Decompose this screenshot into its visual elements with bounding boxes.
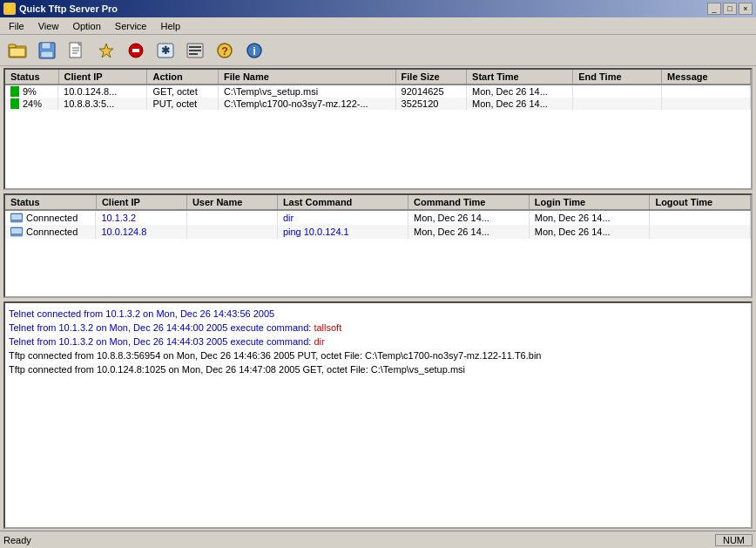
help-button[interactable]: ?: [211, 37, 239, 64]
tftp-filename-cell: C:\Temp\vs_setup.msi: [218, 85, 395, 98]
tftp-filesize-cell: 3525120: [395, 98, 466, 110]
open-folder-button[interactable]: [3, 37, 31, 64]
log-panel[interactable]: Telnet connected from 10.1.3.2 on Mon, D…: [3, 301, 753, 529]
stop-button[interactable]: [122, 37, 150, 64]
menu-bar: File View Option Service Help: [0, 17, 756, 35]
tftp-filesize-cell: 92014625: [395, 85, 466, 98]
telnet-cmdtime-cell: Mon, Dec 26 14...: [408, 225, 530, 239]
status-green-icon: [10, 86, 19, 97]
svg-rect-1: [9, 44, 16, 48]
main-content: Status Client IP Action File Name File S…: [0, 66, 756, 531]
tftp-starttime-cell: Mon, Dec 26 14...: [467, 98, 573, 110]
tftp-status-cell: 9%: [5, 85, 58, 98]
telnet-lastcmd-cell: ping 10.0.124.1: [277, 225, 408, 239]
status-ready: Ready: [3, 535, 31, 545]
col-telnet-last-cmd[interactable]: Last Command: [277, 195, 408, 210]
tftp-filename-cell: C:\Temp\c1700-no3sy7-mz.122-...: [218, 98, 395, 110]
col-telnet-logout[interactable]: Logout Time: [650, 195, 751, 210]
telnet-table-row[interactable]: Connnected 10.0.124.8 ping 10.0.124.1 Mo…: [5, 225, 751, 239]
svg-rect-4: [42, 43, 51, 49]
tftp-table-row[interactable]: 24% 10.8.8.3:5... PUT, octet C:\Temp\c17…: [5, 98, 751, 110]
title-bar: ⚡ Quick Tftp Server Pro _ □ ×: [0, 0, 756, 17]
list-button[interactable]: [181, 37, 209, 64]
connected-icon: [10, 212, 23, 224]
col-action[interactable]: Action: [147, 70, 218, 85]
save-button[interactable]: [33, 37, 61, 64]
telnet-status-cell: Connnected: [5, 211, 96, 225]
col-file-size[interactable]: File Size: [395, 70, 466, 85]
col-telnet-status[interactable]: Status: [5, 195, 96, 210]
tftp-message-cell: [662, 98, 751, 110]
telnet-cmdtime-cell: Mon, Dec 26 14...: [408, 210, 530, 225]
telnet-table: Status Client IP User Name Last Command …: [5, 195, 751, 239]
svg-rect-26: [10, 220, 23, 222]
col-telnet-client-ip[interactable]: Client IP: [96, 195, 186, 210]
tftp-action-cell: GET, octet: [147, 85, 218, 98]
minimize-button[interactable]: _: [707, 3, 721, 15]
telnet-login-cell: Mon, Dec 26 14...: [529, 210, 650, 225]
log-line: Telnet from 10.1.3.2 on Mon, Dec 26 14:4…: [9, 321, 747, 335]
svg-marker-11: [99, 44, 113, 58]
telnet-lastcmd-cell: dir: [277, 210, 408, 225]
col-status[interactable]: Status: [5, 70, 58, 85]
menu-file[interactable]: File: [2, 19, 31, 33]
telnet-status-cell: Connnected: [5, 225, 96, 239]
svg-rect-2: [10, 48, 25, 57]
svg-rect-19: [189, 53, 198, 55]
col-telnet-user[interactable]: User Name: [186, 195, 277, 210]
log-line: Tftp connected from 10.0.124.8:1025 on M…: [9, 362, 747, 376]
tftp-status-cell: 24%: [5, 98, 58, 110]
title-bar-controls[interactable]: _ □ ×: [707, 3, 753, 15]
col-telnet-login[interactable]: Login Time: [529, 195, 650, 210]
log-line: Telnet connected from 10.1.3.2 on Mon, D…: [9, 307, 747, 321]
svg-rect-13: [132, 49, 139, 52]
telnet-user-cell: [186, 210, 277, 225]
col-file-name[interactable]: File Name: [218, 70, 395, 85]
telnet-table-panel: Status Client IP User Name Last Command …: [3, 193, 753, 298]
log-line: Telnet from 10.1.3.2 on Mon, Dec 26 14:4…: [9, 335, 747, 348]
telnet-logout-cell: [650, 210, 751, 225]
window-title: Quick Tftp Server Pro: [19, 3, 118, 14]
tftp-endtime-cell: [573, 85, 662, 98]
svg-text:i: i: [253, 44, 256, 58]
asterisk-button[interactable]: ✱: [152, 37, 179, 64]
tftp-starttime-cell: Mon, Dec 26 14...: [467, 85, 573, 98]
telnet-table-row[interactable]: Connnected 10.1.3.2 dir Mon, Dec 26 14..…: [5, 210, 751, 225]
col-telnet-cmd-time[interactable]: Command Time: [408, 195, 530, 210]
svg-text:✱: ✱: [161, 44, 170, 57]
col-client-ip[interactable]: Client IP: [58, 70, 147, 85]
maximize-button[interactable]: □: [723, 3, 737, 15]
new-button[interactable]: [63, 37, 91, 64]
svg-rect-29: [10, 233, 23, 236]
status-green-icon: [10, 98, 19, 109]
star-button[interactable]: [92, 37, 120, 64]
app-icon: ⚡: [3, 3, 16, 15]
menu-help[interactable]: Help: [154, 19, 188, 33]
tftp-client-ip-cell: 10.8.8.3:5...: [58, 98, 147, 110]
col-start-time[interactable]: Start Time: [467, 70, 573, 85]
col-message[interactable]: Message: [662, 70, 751, 85]
title-bar-left: ⚡ Quick Tftp Server Pro: [3, 3, 118, 15]
log-line: Tftp connected from 10.8.8.3:56954 on Mo…: [9, 348, 747, 362]
svg-rect-5: [41, 51, 53, 58]
tftp-client-ip-cell: 10.0.124.8...: [58, 85, 147, 98]
menu-view[interactable]: View: [31, 19, 66, 33]
close-button[interactable]: ×: [739, 3, 753, 15]
col-end-time[interactable]: End Time: [573, 70, 662, 85]
svg-rect-17: [189, 46, 201, 48]
menu-service[interactable]: Service: [108, 19, 154, 33]
tftp-table-row[interactable]: 9% 10.0.124.8... GET, octet C:\Temp\vs_s…: [5, 85, 751, 98]
info-button[interactable]: i: [240, 37, 268, 64]
menu-option[interactable]: Option: [65, 19, 107, 33]
telnet-user-cell: [186, 225, 277, 239]
tftp-table: Status Client IP Action File Name File S…: [5, 70, 751, 110]
svg-rect-18: [189, 50, 201, 51]
telnet-client-ip-cell: 10.1.3.2: [96, 210, 186, 225]
toolbar: ✱ ? i: [0, 35, 756, 66]
svg-text:?: ?: [221, 44, 228, 58]
telnet-login-cell: Mon, Dec 26 14...: [529, 225, 650, 239]
connected-icon: [10, 226, 23, 238]
tftp-endtime-cell: [573, 98, 662, 110]
tftp-message-cell: [662, 85, 751, 98]
tftp-table-panel: Status Client IP Action File Name File S…: [3, 68, 753, 190]
